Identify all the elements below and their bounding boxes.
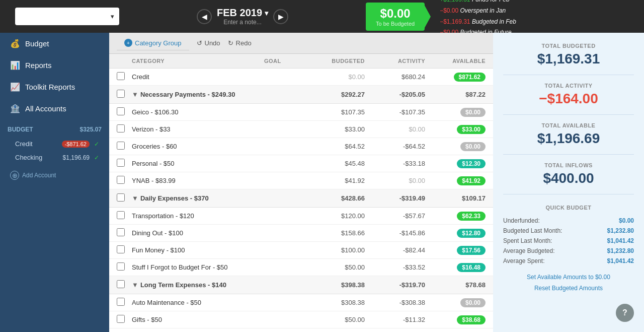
available-cell: $16.48 <box>425 263 486 272</box>
budgeted-cell[interactable]: $107.35 <box>304 108 365 116</box>
sidebar-item-all-accounts[interactable]: 🏦 All Accounts <box>0 98 109 119</box>
account-selector[interactable]: ▾ <box>15 8 119 25</box>
reset-budgeted-link[interactable]: Reset Budgeted Amounts <box>534 285 603 292</box>
table-row: Gifts - $50 $50.00 -$11.32 $38.68 <box>109 311 493 328</box>
budgeted-cell[interactable]: $100.00 <box>304 246 365 254</box>
undo-button[interactable]: ↺ Undo <box>197 39 220 47</box>
available-cell: $0.00 <box>425 298 486 307</box>
group-row: ▼Daily Expenses - $370 $428.66 -$319.49 … <box>109 189 493 208</box>
row-checkbox[interactable] <box>117 107 125 115</box>
budgeted-cell[interactable]: $0.00 <box>304 73 365 81</box>
redo-button[interactable]: ↻ Redo <box>228 39 252 47</box>
total-budgeted-block: TOTAL BUDGETED $1,169.31 <box>503 43 634 67</box>
sidebar-item-toolkit[interactable]: 📈 Toolkit Reports <box>0 76 109 98</box>
row-checkbox[interactable] <box>117 142 125 150</box>
row-checkbox[interactable] <box>117 159 125 167</box>
table-row: Geico - $106.30 $107.35 -$107.35 $0.00 <box>109 104 493 121</box>
month-dropdown-arrow[interactable]: ▾ <box>265 9 268 17</box>
account-selector-arrow: ▾ <box>111 13 114 20</box>
budgeted-cell[interactable]: $308.38 <box>304 299 365 306</box>
budgeted-cell[interactable]: $33.00 <box>304 125 365 133</box>
group-checkbox[interactable] <box>117 193 125 202</box>
budgeted-cell[interactable]: $50.00 <box>304 263 365 271</box>
month-navigation: ◀ FEB 2019 ▾ Enter a note... ▶ <box>197 7 288 26</box>
add-account-circle-icon: ⊕ <box>10 171 19 180</box>
quick-budget-row-budgeted-last-month: Budgeted Last Month: $1,232.80 <box>503 226 634 236</box>
credit-checkmark-icon: ✓ <box>94 141 99 148</box>
group-name: ▼Long Term Expenses - $140 <box>132 281 264 289</box>
table-row: Medical - $20 $20.00 $0.00 $20.00 <box>109 328 493 332</box>
budgeted-cell[interactable]: $64.52 <box>304 143 365 150</box>
group-checkbox[interactable] <box>117 90 125 98</box>
category-name: Gifts - $50 <box>132 316 264 323</box>
spent-last-month-value: $1,041.42 <box>607 237 634 244</box>
available-cell: $12.30 <box>425 159 486 168</box>
table-row: Personal - $50 $45.48 -$33.18 $12.30 <box>109 155 493 172</box>
budgeted-cell[interactable]: $50.00 <box>304 316 365 323</box>
sidebar-account-credit[interactable]: Credit -$871.62 ✓ <box>0 137 109 151</box>
divider <box>503 114 634 115</box>
sidebar-toolkit-label: Toolkit Reports <box>25 83 75 91</box>
budgeted-last-month-label: Budgeted Last Month: <box>503 227 562 234</box>
quick-budget-section: QUICK BUDGET Underfunded: $0.00 Budgeted… <box>503 205 634 292</box>
note-placeholder[interactable]: Enter a note... <box>217 19 268 26</box>
group-activity: -$319.70 <box>365 281 425 289</box>
budgeted-cell[interactable]: $158.66 <box>304 229 365 237</box>
top-header: ▾ ◀ FEB 2019 ▾ Enter a note... ▶ $0.00 T… <box>0 0 644 33</box>
row-checkbox[interactable] <box>117 245 125 253</box>
budgeted-cell[interactable]: $45.48 <box>304 160 365 167</box>
sidebar-item-reports[interactable]: 📊 Reports <box>0 54 109 76</box>
total-available-block: TOTAL AVAILABLE $1,196.69 <box>503 122 634 147</box>
activity-cell: -$82.44 <box>365 246 425 254</box>
group-budgeted: $292.27 <box>304 91 365 98</box>
underfunded-label: Underfunded: <box>503 217 540 224</box>
checking-account-amount: $1,196.69 <box>63 154 90 161</box>
row-checkbox[interactable] <box>117 124 125 132</box>
category-name: Stuff I Forgot to Budget For - $50 <box>132 263 264 271</box>
activity-cell: -$33.18 <box>365 160 425 167</box>
budget-toolbar: + Category Group ↺ Undo ↻ Redo <box>109 33 493 54</box>
prev-month-button[interactable]: ◀ <box>197 9 212 24</box>
row-checkbox[interactable] <box>117 315 125 323</box>
table-row: Fun Money - $100 $100.00 -$82.44 $17.56 <box>109 242 493 259</box>
category-name: Auto Maintenance - $50 <box>132 299 264 306</box>
to-be-budgeted-box[interactable]: $0.00 To be Budgeted <box>366 3 425 31</box>
category-group-label: Category Group <box>135 39 182 47</box>
row-checkbox[interactable] <box>117 262 125 271</box>
undo-icon: ↺ <box>197 39 202 47</box>
right-panel: TOTAL BUDGETED $1,169.31 TOTAL ACTIVITY … <box>493 33 644 332</box>
total-budgeted-value: $1,169.31 <box>503 51 634 67</box>
next-month-button[interactable]: ▶ <box>273 9 288 24</box>
quick-budget-row-avg-spent: Average Spent: $1,041.42 <box>503 256 634 266</box>
help-button[interactable]: ? <box>616 304 634 322</box>
sidebar: 💰 Budget 📊 Reports 📈 Toolkit Reports 🏦 A… <box>0 33 109 332</box>
sidebar-item-budget[interactable]: 💰 Budget <box>0 33 109 54</box>
category-group-button[interactable]: + Category Group <box>117 36 189 50</box>
add-account-button[interactable]: ⊕ Add Account <box>0 167 109 184</box>
category-name: Groceries - $60 <box>132 143 264 150</box>
budget-table-body: Credit $0.00 $680.24 $871.62 ▼Necessary … <box>109 69 493 332</box>
available-cell: $871.62 <box>425 73 486 82</box>
row-checkbox[interactable] <box>117 211 125 219</box>
category-name: Verizon - $33 <box>132 125 264 133</box>
budgeted-cell[interactable]: $120.00 <box>304 212 365 220</box>
reports-icon: 📊 <box>10 60 20 70</box>
budgeted-cell[interactable]: $41.92 <box>304 177 365 184</box>
available-cell: $62.33 <box>425 212 486 221</box>
avg-spent-value: $1,041.42 <box>607 257 634 264</box>
total-activity-label: TOTAL ACTIVITY <box>503 83 634 89</box>
set-available-link[interactable]: Set Available Amounts to $0.00 <box>527 274 610 281</box>
sidebar-account-checking[interactable]: Checking $1,196.69 ✓ <box>0 151 109 164</box>
category-name: Credit <box>132 73 264 81</box>
row-checkbox[interactable] <box>117 228 125 236</box>
credit-account-amount: -$871.62 <box>62 141 90 148</box>
row-checkbox[interactable] <box>117 72 125 80</box>
row-checkbox[interactable] <box>117 298 125 306</box>
group-checkbox[interactable] <box>117 280 125 288</box>
row-checkbox[interactable] <box>117 176 125 184</box>
table-row: YNAB - $83.99 $41.92 $0.00 $41.92 <box>109 172 493 189</box>
header-checkbox-col <box>117 58 132 64</box>
group-budgeted: $398.38 <box>304 281 365 289</box>
table-row: Credit $0.00 $680.24 $871.62 <box>109 69 493 86</box>
header-activity: ACTIVITY <box>365 58 425 64</box>
